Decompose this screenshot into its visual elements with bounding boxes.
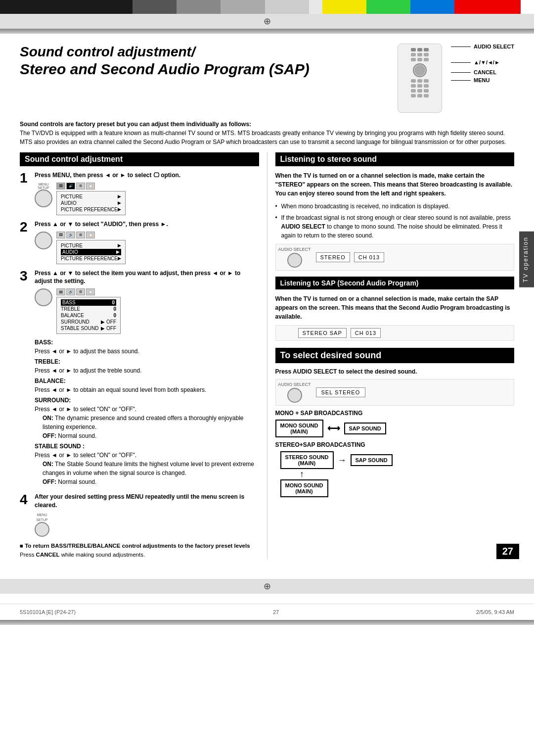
second-bar <box>0 29 534 34</box>
arrows-label: ▲/▼/◄/► <box>474 59 500 65</box>
step-2-content: Press ▲ or ▼ to select "AUDIO", then pre… <box>35 220 259 264</box>
step-4-content: After your desired setting press MENU re… <box>35 493 259 537</box>
audio-menu-surround: SURROUND▶ OFF <box>61 319 116 325</box>
step-4-remote: MENUSETUP <box>35 513 259 537</box>
sub-label-bass: BASS: Press ◄ or ► to adjust the bass so… <box>35 338 259 356</box>
bar-gray2 <box>177 0 221 14</box>
step-3-text: Press ▲ or ▼ to select the item you want… <box>35 269 259 286</box>
stereo-sap-section: STEREO+SAP BROADCASTING STEREO SOUND(MAI… <box>275 441 515 497</box>
intro-bold: Sound controls are factory preset but yo… <box>20 121 251 128</box>
step-3-remote <box>35 288 52 306</box>
remote-labels: AUDIO SELECT ▲/▼/◄/► CANCEL MENU <box>451 44 514 85</box>
step-1-remote: MENUSETUP <box>35 183 52 207</box>
tv-operation-sidebar: TV operation <box>519 232 534 287</box>
step-3-diagram: 🖼 🔊 ⚙ 📋 BASS0 TREBLE0 <box>35 288 259 334</box>
icon-1: 🖼 <box>56 183 65 189</box>
stereo-bullet-1: When mono broadcasting is received, no i… <box>275 202 515 211</box>
bar-green <box>366 0 410 14</box>
s2-menu-picture: PICTURE▶ <box>61 242 121 249</box>
audio-menu-box: BASS0 TREBLE0 BALANCE0 SURROUND▶ OFF <box>56 297 121 334</box>
audio-menu-bass: BASS0 <box>61 299 116 306</box>
step-4: 4 After your desired setting press MENU … <box>20 493 259 537</box>
main-content: TV operation Sound control adjustment/ S… <box>0 34 534 569</box>
stereo-display-group: STEREO CH 013 <box>316 252 385 262</box>
cancel-label: CANCEL <box>474 69 496 75</box>
intro-text: Sound controls are factory preset but yo… <box>20 120 514 146</box>
mono-sound-box: MONO SOUND(MAIN) <box>275 420 323 437</box>
menu-item-pref-1: PICTURE PREFERENCE▶ <box>61 206 121 213</box>
bar-white-end <box>521 0 534 14</box>
audio-select-label-row: AUDIO SELECT <box>451 44 514 49</box>
cancel-label-row: CANCEL <box>451 69 514 75</box>
step-1-content: Press MENU, then press ◄ or ► to select … <box>35 171 259 215</box>
step-3-audio-menu: 🖼 🔊 ⚙ 📋 BASS0 TREBLE0 <box>56 288 121 334</box>
s2-icon-1: 🖼 <box>56 232 65 238</box>
audio-select-button[interactable] <box>287 253 302 268</box>
step-1-menu-box: PICTURE▶ AUDIO▶ PICTURE PREFERENCE▶ <box>56 191 126 215</box>
sap-display-row: STEREO SAP CH 013 <box>275 325 515 341</box>
mono-sap-title: MONO + SAP BROADCASTING <box>275 410 515 417</box>
step-2-num: 2 <box>20 220 31 264</box>
remote-section: AUDIO SELECT ▲/▼/◄/► CANCEL MENU <box>398 44 514 113</box>
menu-item-picture-1: PICTURE▶ <box>61 193 121 200</box>
crosshair-bottom-icon: ⊕ <box>264 581 271 592</box>
step-1-diagram: MENUSETUP 🖼 🔊 ⚙ 📋 <box>35 183 259 215</box>
sap-stereo-display: STEREO SAP <box>298 328 347 338</box>
sap-sound-box: SAP SOUND <box>344 423 386 434</box>
step-1-num: 1 <box>20 171 31 215</box>
menu-label-row: MENU <box>451 77 514 83</box>
title-section: Sound control adjustment/ Stereo and Sec… <box>20 44 514 113</box>
step-4-num: 4 <box>20 493 31 537</box>
right-column: Listening to stereo sound When the TV is… <box>267 152 515 559</box>
footer: 5S10101A [E] (P24-27) 27 2/5/05, 9:43 AM <box>0 604 534 620</box>
mono-sap-section: MONO + SAP BROADCASTING MONO SOUND(MAIN)… <box>275 410 515 437</box>
sap-para: When the TV is turned on or a channel se… <box>275 294 515 321</box>
s2-icon-3: ⚙ <box>76 232 85 238</box>
stereo-to-sap-arrow: → <box>338 455 347 466</box>
stereo-sap-row2: MONO SOUND(MAIN) <box>280 479 328 497</box>
step-2-remote-circle <box>35 232 52 249</box>
menu-label-4: MENUSETUP <box>36 513 47 522</box>
bar-yellow <box>322 0 366 14</box>
audio-select-icon-group: AUDIO SELECT <box>278 247 311 268</box>
footer-center: 27 <box>273 609 279 615</box>
sel-display: SEL STEREO <box>316 387 366 397</box>
crosshair-top-row: ⊕ <box>0 14 534 29</box>
factory-note: ■ To return BASS/TREBLE/BALANCE control … <box>20 542 259 559</box>
stereo-ch-display: CH 013 <box>354 252 384 262</box>
stereo-para: When the TV is turned on or a channel se… <box>275 171 515 198</box>
audio-menu-stable: STABLE SOUND▶ OFF <box>61 325 116 331</box>
sap-display-group: STEREO SAP CH 013 <box>298 328 381 338</box>
s2-icon-4: 📋 <box>86 232 95 238</box>
left-column: Sound control adjustment 1 Press MENU, t… <box>20 152 267 559</box>
audio-menu-balance: BALANCE0 <box>61 312 116 319</box>
stereo-sound-main-box: STEREO SOUND(MAIN) <box>280 451 334 469</box>
two-column-layout: Sound control adjustment 1 Press MENU, t… <box>20 152 514 559</box>
mono-sap-arrow: ⟷ <box>327 423 340 434</box>
step-4-remote-icon: MENUSETUP <box>35 513 49 537</box>
crosshair-bottom-row: ⊕ <box>0 579 534 594</box>
stereo-display: STEREO <box>316 252 350 262</box>
step-3-num: 3 <box>20 269 31 488</box>
sap-sound-box-2: SAP SOUND <box>351 454 393 466</box>
bottom-bar <box>0 620 534 625</box>
sub-label-treble: TREBLE: Press ◄ or ► to adjust the trebl… <box>35 357 259 375</box>
sub-label-stable: STABLE SOUND : Press ◄ or ► to select "O… <box>35 442 259 486</box>
sub-label-surround: SURROUND: Press ◄ or ► to select "ON" or… <box>35 396 259 440</box>
step-4-text: After your desired setting press MENU re… <box>35 493 259 510</box>
stereo-sap-diagram: STEREO SOUND(MAIN) → SAP SOUND ↑ M <box>280 451 515 497</box>
title-text: Sound control adjustment/ Stereo and Sec… <box>20 44 310 78</box>
step-2-remote <box>35 232 52 249</box>
step-3-content: Press ▲ or ▼ to select the item you want… <box>35 269 259 488</box>
desired-sound-header: To select desired sound <box>275 348 515 363</box>
step-1-menu-icons: 🖼 🔊 ⚙ 📋 PICTURE▶ AUDIO▶ <box>56 183 126 215</box>
audio-select-row-stereo: AUDIO SELECT STEREO CH 013 <box>275 244 515 271</box>
step-1-text: Press MENU, then press ◄ or ► to select … <box>35 171 259 180</box>
step-2-diagram: 🖼 🔊 ⚙ 📋 PICTURE▶ AUDIO▶ <box>35 232 259 264</box>
sel-audio-button[interactable] <box>287 388 302 403</box>
intro-para2: MTS also provides an extra channel calle… <box>20 139 506 145</box>
step-1-remote-circle <box>35 189 52 207</box>
step-2-menu: 🖼 🔊 ⚙ 📋 PICTURE▶ AUDIO▶ <box>56 232 126 264</box>
footer-right: 2/5/05, 9:43 AM <box>476 609 514 615</box>
sap-ch-display: CH 013 <box>351 328 381 338</box>
